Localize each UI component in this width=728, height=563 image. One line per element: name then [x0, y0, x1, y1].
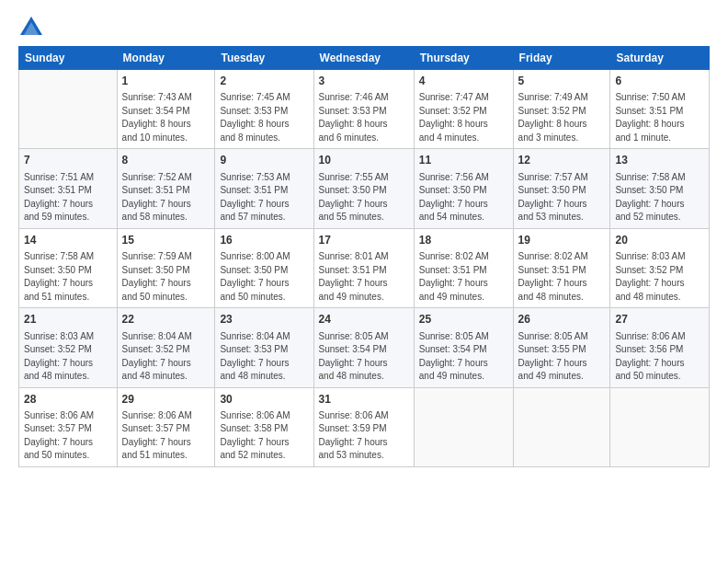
calendar-cell: 8Sunrise: 7:52 AM Sunset: 3:51 PM Daylig…: [117, 149, 215, 228]
calendar-cell: 24Sunrise: 8:05 AM Sunset: 3:54 PM Dayli…: [313, 308, 414, 387]
day-info: Sunrise: 7:51 AM Sunset: 3:51 PM Dayligh…: [24, 171, 112, 224]
calendar-week-row: 1Sunrise: 7:43 AM Sunset: 3:54 PM Daylig…: [19, 70, 710, 149]
day-info: Sunrise: 8:05 AM Sunset: 3:54 PM Dayligh…: [419, 330, 508, 384]
calendar-cell: [19, 70, 118, 149]
calendar-cell: [513, 387, 610, 466]
day-number: 4: [419, 74, 508, 89]
day-info: Sunrise: 7:45 AM Sunset: 3:53 PM Dayligh…: [220, 91, 308, 144]
calendar-cell: 31Sunrise: 8:06 AM Sunset: 3:59 PM Dayli…: [313, 387, 414, 466]
day-info: Sunrise: 8:06 AM Sunset: 3:59 PM Dayligh…: [319, 409, 409, 463]
day-info: Sunrise: 7:43 AM Sunset: 3:54 PM Dayligh…: [122, 91, 210, 144]
calendar-header-saturday: Saturday: [610, 47, 710, 70]
calendar-cell: 3Sunrise: 7:46 AM Sunset: 3:53 PM Daylig…: [313, 70, 414, 149]
day-number: 14: [24, 233, 112, 248]
day-info: Sunrise: 7:59 AM Sunset: 3:50 PM Dayligh…: [122, 250, 210, 304]
day-number: 8: [122, 153, 210, 168]
day-info: Sunrise: 7:58 AM Sunset: 3:50 PM Dayligh…: [24, 250, 112, 304]
day-number: 11: [419, 153, 508, 168]
calendar-cell: [414, 387, 513, 466]
calendar-header-row: SundayMondayTuesdayWednesdayThursdayFrid…: [19, 47, 710, 70]
calendar-cell: 20Sunrise: 8:03 AM Sunset: 3:52 PM Dayli…: [610, 228, 710, 307]
calendar-cell: 28Sunrise: 8:06 AM Sunset: 3:57 PM Dayli…: [19, 387, 118, 466]
calendar-cell: 23Sunrise: 8:04 AM Sunset: 3:53 PM Dayli…: [215, 308, 313, 387]
day-info: Sunrise: 7:58 AM Sunset: 3:50 PM Dayligh…: [615, 171, 704, 224]
day-info: Sunrise: 7:49 AM Sunset: 3:52 PM Dayligh…: [518, 91, 606, 144]
calendar-header-sunday: Sunday: [19, 47, 118, 70]
calendar-cell: 14Sunrise: 7:58 AM Sunset: 3:50 PM Dayli…: [19, 228, 118, 307]
day-info: Sunrise: 8:05 AM Sunset: 3:54 PM Dayligh…: [319, 330, 409, 384]
calendar-header-wednesday: Wednesday: [313, 47, 414, 70]
day-info: Sunrise: 8:03 AM Sunset: 3:52 PM Dayligh…: [615, 250, 704, 304]
day-info: Sunrise: 7:53 AM Sunset: 3:51 PM Dayligh…: [220, 171, 308, 224]
calendar-header-tuesday: Tuesday: [215, 47, 313, 70]
day-info: Sunrise: 8:04 AM Sunset: 3:52 PM Dayligh…: [122, 330, 210, 384]
day-number: 2: [220, 74, 308, 89]
calendar-cell: 5Sunrise: 7:49 AM Sunset: 3:52 PM Daylig…: [513, 70, 610, 149]
day-number: 7: [24, 153, 112, 168]
day-number: 25: [419, 312, 508, 327]
day-number: 18: [419, 233, 508, 248]
day-info: Sunrise: 7:47 AM Sunset: 3:52 PM Dayligh…: [419, 91, 508, 144]
day-number: 10: [319, 153, 409, 168]
day-number: 27: [615, 312, 704, 327]
calendar-cell: 4Sunrise: 7:47 AM Sunset: 3:52 PM Daylig…: [414, 70, 513, 149]
day-info: Sunrise: 7:57 AM Sunset: 3:50 PM Dayligh…: [518, 171, 606, 224]
calendar-cell: [610, 387, 710, 466]
calendar-cell: 22Sunrise: 8:04 AM Sunset: 3:52 PM Dayli…: [117, 308, 215, 387]
calendar-cell: 9Sunrise: 7:53 AM Sunset: 3:51 PM Daylig…: [215, 149, 313, 228]
calendar-cell: 13Sunrise: 7:58 AM Sunset: 3:50 PM Dayli…: [610, 149, 710, 228]
page: SundayMondayTuesdayWednesdayThursdayFrid…: [0, 0, 728, 563]
day-number: 26: [518, 312, 606, 327]
calendar-cell: 2Sunrise: 7:45 AM Sunset: 3:53 PM Daylig…: [215, 70, 313, 149]
day-number: 19: [518, 233, 606, 248]
day-number: 13: [615, 153, 704, 168]
calendar-table: SundayMondayTuesdayWednesdayThursdayFrid…: [18, 46, 710, 467]
calendar-cell: 26Sunrise: 8:05 AM Sunset: 3:55 PM Dayli…: [513, 308, 610, 387]
day-info: Sunrise: 8:03 AM Sunset: 3:52 PM Dayligh…: [24, 330, 112, 384]
day-info: Sunrise: 8:02 AM Sunset: 3:51 PM Dayligh…: [419, 250, 508, 304]
day-number: 17: [319, 233, 409, 248]
calendar-cell: 16Sunrise: 8:00 AM Sunset: 3:50 PM Dayli…: [215, 228, 313, 307]
day-info: Sunrise: 7:50 AM Sunset: 3:51 PM Dayligh…: [615, 91, 704, 144]
logo-icon: [18, 15, 44, 40]
day-number: 23: [220, 312, 308, 327]
calendar-header-friday: Friday: [513, 47, 610, 70]
day-info: Sunrise: 8:02 AM Sunset: 3:51 PM Dayligh…: [518, 250, 606, 304]
calendar-week-row: 7Sunrise: 7:51 AM Sunset: 3:51 PM Daylig…: [19, 149, 710, 228]
day-info: Sunrise: 7:56 AM Sunset: 3:50 PM Dayligh…: [419, 171, 508, 224]
day-info: Sunrise: 8:06 AM Sunset: 3:57 PM Dayligh…: [24, 409, 112, 463]
calendar-cell: 10Sunrise: 7:55 AM Sunset: 3:50 PM Dayli…: [313, 149, 414, 228]
day-number: 29: [122, 392, 210, 408]
day-number: 30: [220, 392, 308, 408]
calendar-cell: 25Sunrise: 8:05 AM Sunset: 3:54 PM Dayli…: [414, 308, 513, 387]
calendar-cell: 12Sunrise: 7:57 AM Sunset: 3:50 PM Dayli…: [513, 149, 610, 228]
calendar-cell: 30Sunrise: 8:06 AM Sunset: 3:58 PM Dayli…: [215, 387, 313, 466]
day-number: 28: [24, 392, 112, 408]
day-number: 22: [122, 312, 210, 327]
calendar-header-thursday: Thursday: [414, 47, 513, 70]
day-number: 21: [24, 312, 112, 327]
calendar-cell: 11Sunrise: 7:56 AM Sunset: 3:50 PM Dayli…: [414, 149, 513, 228]
calendar-cell: 18Sunrise: 8:02 AM Sunset: 3:51 PM Dayli…: [414, 228, 513, 307]
day-number: 6: [615, 74, 704, 89]
day-number: 12: [518, 153, 606, 168]
day-number: 31: [319, 392, 409, 408]
day-info: Sunrise: 8:04 AM Sunset: 3:53 PM Dayligh…: [220, 330, 308, 384]
day-number: 5: [518, 74, 606, 89]
calendar-cell: 6Sunrise: 7:50 AM Sunset: 3:51 PM Daylig…: [610, 70, 710, 149]
calendar-week-row: 14Sunrise: 7:58 AM Sunset: 3:50 PM Dayli…: [19, 228, 710, 307]
calendar-cell: 17Sunrise: 8:01 AM Sunset: 3:51 PM Dayli…: [313, 228, 414, 307]
day-number: 15: [122, 233, 210, 248]
day-info: Sunrise: 8:00 AM Sunset: 3:50 PM Dayligh…: [220, 250, 308, 304]
day-info: Sunrise: 8:06 AM Sunset: 3:57 PM Dayligh…: [122, 409, 210, 463]
calendar-week-row: 28Sunrise: 8:06 AM Sunset: 3:57 PM Dayli…: [19, 387, 710, 466]
day-info: Sunrise: 7:52 AM Sunset: 3:51 PM Dayligh…: [122, 171, 210, 224]
calendar-cell: 21Sunrise: 8:03 AM Sunset: 3:52 PM Dayli…: [19, 308, 118, 387]
calendar-header-monday: Monday: [117, 47, 215, 70]
day-number: 24: [319, 312, 409, 327]
day-number: 16: [220, 233, 308, 248]
header: [18, 15, 710, 40]
day-info: Sunrise: 7:46 AM Sunset: 3:53 PM Dayligh…: [319, 91, 409, 144]
day-info: Sunrise: 8:06 AM Sunset: 3:56 PM Dayligh…: [615, 330, 704, 384]
calendar-cell: 29Sunrise: 8:06 AM Sunset: 3:57 PM Dayli…: [117, 387, 215, 466]
